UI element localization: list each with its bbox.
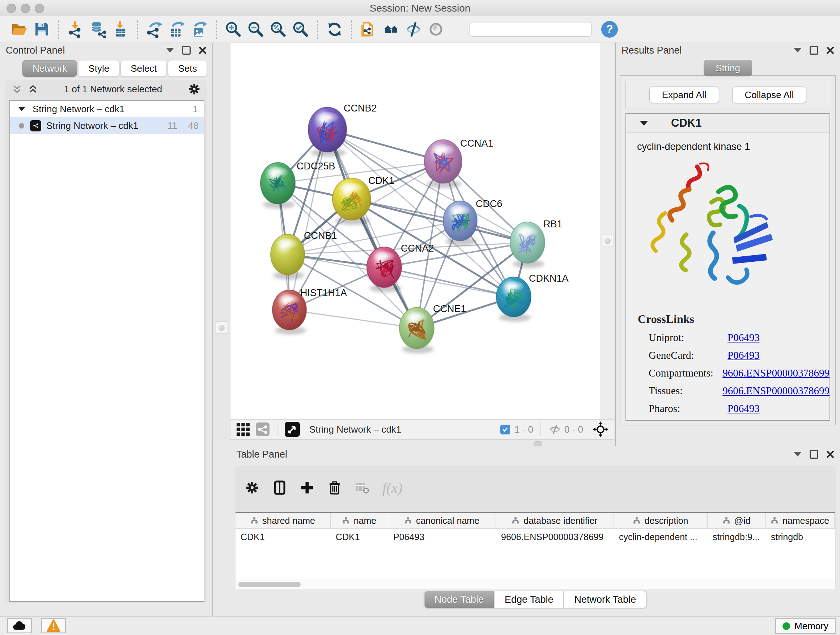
first-neighbors-button[interactable] <box>381 18 401 41</box>
crosslink-link[interactable]: 9606.ENSP00000378699 <box>722 367 829 379</box>
apply-layout-button[interactable] <box>324 18 345 41</box>
panel-menu-icon[interactable] <box>794 452 802 461</box>
column-header-namespace[interactable]: namespace <box>766 513 835 528</box>
network-edge[interactable] <box>289 130 327 310</box>
table-cell[interactable]: 9606.ENSP00000378699 <box>496 529 614 545</box>
open-file-button[interactable] <box>9 18 30 41</box>
splitter-handle[interactable] <box>602 234 614 247</box>
new-network-from-selection-button[interactable] <box>358 18 379 41</box>
zoom-out-button[interactable] <box>245 18 266 41</box>
search-input[interactable] <box>477 24 590 35</box>
table-cell[interactable]: CDK1 <box>235 529 331 545</box>
table-row[interactable]: CDK1CDK1P064939606.ENSP00000378699cyclin… <box>235 529 835 545</box>
import-network-from-file-button[interactable] <box>65 18 86 41</box>
panel-float-icon[interactable] <box>810 450 818 459</box>
table-cell[interactable]: stringdb <box>766 529 835 545</box>
network-node-CDK1[interactable] <box>332 178 371 220</box>
column-header-database-identifier[interactable]: database identifier <box>496 513 614 528</box>
tab-network[interactable]: Network <box>22 60 77 77</box>
network-node-CDKN1A[interactable] <box>496 277 531 317</box>
network-view-icon[interactable] <box>256 423 270 436</box>
table-cell[interactable]: stringdb:9... <box>707 529 766 545</box>
column-header-name[interactable]: name <box>331 513 388 528</box>
zoom-fit-button[interactable] <box>268 18 289 41</box>
splitter-handle[interactable] <box>216 321 228 334</box>
panel-float-icon[interactable] <box>182 46 191 55</box>
crosslink-link[interactable]: 9606.ENSP00000378699 <box>722 385 829 397</box>
expand-all-button[interactable]: Expand All <box>649 87 719 103</box>
table-cell[interactable]: P06493 <box>388 529 496 545</box>
show-columns-icon[interactable] <box>272 480 287 495</box>
tab-string[interactable]: String <box>704 60 752 76</box>
network-node-CCNB2[interactable] <box>308 107 347 152</box>
network-options-gear-icon[interactable] <box>188 82 201 96</box>
panel-close-icon[interactable] <box>826 450 834 458</box>
collection-expand-icon[interactable] <box>18 107 25 115</box>
network-node-CDC6[interactable] <box>443 201 477 241</box>
table-cell[interactable]: cyclin-dependent ... <box>614 529 707 545</box>
network-canvas[interactable]: CCNB2CCNA1CDC25BCDK1CDC6RB1CCNB1CCNA2CDK… <box>231 43 600 419</box>
expand-all-networks-icon[interactable] <box>27 84 38 95</box>
network-edge[interactable] <box>384 267 514 297</box>
delete-column-trash-icon[interactable] <box>327 480 342 495</box>
right-splitter[interactable] <box>600 43 614 419</box>
crosslink-link[interactable]: P06493 <box>728 349 760 361</box>
import-table-from-file-button[interactable] <box>110 18 131 41</box>
import-network-from-database-button[interactable] <box>88 18 109 41</box>
add-column-icon[interactable] <box>300 480 314 495</box>
gene-collapse-icon[interactable] <box>640 121 648 130</box>
network-node-CDC25B[interactable] <box>261 163 295 204</box>
birdseye-view-icon[interactable] <box>285 422 300 437</box>
help-button[interactable]: ? <box>601 21 618 38</box>
crosslink-link[interactable]: P06493 <box>728 402 760 415</box>
zoom-in-button[interactable] <box>223 18 244 41</box>
memory-button[interactable]: Memory <box>775 618 836 634</box>
save-session-button[interactable] <box>31 18 52 41</box>
network-graph[interactable]: CCNB2CCNA1CDC25BCDK1CDC6RB1CCNB1CCNA2CDK… <box>231 43 600 419</box>
table-settings-gear-icon[interactable] <box>245 480 259 495</box>
zoom-selected-button[interactable] <box>290 18 311 41</box>
selected-checkbox-icon[interactable] <box>500 424 510 434</box>
hide-selection-button[interactable] <box>403 18 424 41</box>
export-image-button[interactable] <box>189 18 210 41</box>
tab-edge-table[interactable]: Edge Table <box>494 591 564 608</box>
gene-section-header[interactable]: CDK1 <box>626 114 829 133</box>
tab-select[interactable]: Select <box>120 60 167 77</box>
network-node-CCNE1[interactable] <box>399 307 434 348</box>
warnings-button[interactable] <box>41 618 66 633</box>
tab-node-table[interactable]: Node Table <box>424 591 494 608</box>
crosslink-link[interactable]: P06493 <box>728 332 760 344</box>
left-splitter[interactable] <box>213 43 231 440</box>
column-header--id[interactable]: @id <box>707 513 766 528</box>
network-row[interactable]: String Network – cdk1 11 48 <box>10 117 204 134</box>
tab-sets[interactable]: Sets <box>168 60 207 77</box>
panel-menu-icon[interactable] <box>794 48 802 57</box>
network-node-RB1[interactable] <box>510 222 545 263</box>
cloud-status-button[interactable] <box>7 618 32 633</box>
network-node-CCNB1[interactable] <box>271 234 305 275</box>
table-horizontal-scrollbar[interactable] <box>235 580 835 589</box>
crosshair-icon[interactable] <box>592 421 608 437</box>
column-header-shared-name[interactable]: shared name <box>235 513 331 528</box>
splitter-handle[interactable] <box>534 441 542 447</box>
tab-style[interactable]: Style <box>78 60 119 77</box>
network-node-CCNA1[interactable] <box>424 140 462 183</box>
network-edge[interactable] <box>289 310 417 328</box>
network-node-CCNA2[interactable] <box>367 247 401 287</box>
show-all-button[interactable] <box>425 18 447 41</box>
column-header-description[interactable]: description <box>614 513 707 528</box>
collapse-all-networks-icon[interactable] <box>11 84 22 95</box>
table-cell[interactable]: CDK1 <box>331 529 388 545</box>
export-network-button[interactable] <box>144 18 165 41</box>
panel-menu-icon[interactable] <box>166 48 174 57</box>
panel-close-icon[interactable] <box>826 46 834 54</box>
network-collection-row[interactable]: String Network – cdk1 1 <box>10 101 204 117</box>
scrollbar-thumb[interactable] <box>238 582 301 587</box>
export-table-button[interactable] <box>166 18 187 41</box>
column-header-canonical-name[interactable]: canonical name <box>388 513 496 528</box>
grid-view-icon[interactable] <box>236 423 250 436</box>
panel-close-icon[interactable] <box>199 46 207 54</box>
collapse-all-button[interactable]: Collapse All <box>732 87 807 103</box>
tab-network-table[interactable]: Network Table <box>564 591 647 608</box>
panel-float-icon[interactable] <box>810 46 818 55</box>
